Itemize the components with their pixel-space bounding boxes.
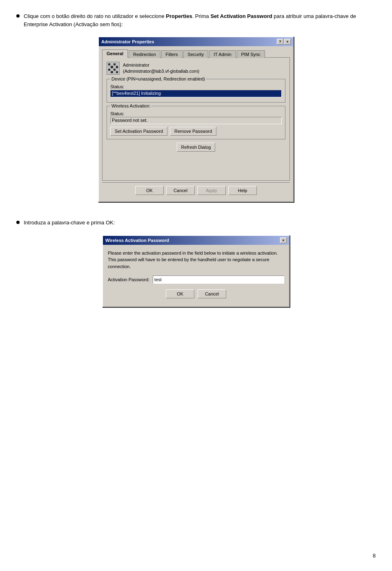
wireless-status-value: Password not set. [110,117,282,124]
wap-cancel-button[interactable]: Cancel [198,289,226,298]
device-group-content: Status: [**bes4test21] Initializing [110,84,282,97]
admin-dialog-body: General Redirection Filters Security IT … [99,46,293,202]
tab-filters[interactable]: Filters [161,50,183,58]
icon-cell [111,71,113,73]
wap-dialog: Wireless Activation Password × Please en… [102,235,290,308]
admin-dialog-title: Administrator Properties [101,39,154,44]
wireless-group-label: Wireless Activation: [110,103,151,108]
admin-properties-dialog: Administrator Properties ? × General Red… [98,36,294,202]
wireless-status-label: Status: [110,111,282,116]
remove-password-button[interactable]: Remove Password [170,127,216,136]
bullet2-text: Introduza a palavra-chave e prima OK: [24,219,115,226]
wap-ok-button[interactable]: OK [166,289,194,298]
bullet-text-2: Introduza a palavra-chave e prima OK: [24,219,115,227]
bullet1-text-middle: . Prima [192,13,211,19]
titlebar-buttons: ? × [277,39,291,45]
wap-description: Please enter the activation password in … [108,250,284,270]
device-group-label: Device (PIN=unassigned, Redirection enab… [110,76,206,81]
bullet-item-2: Introduza a palavra-chave e prima OK: [16,219,376,227]
admin-dialog-footer: OK Cancel Apply Help [102,182,290,198]
admin-dialog-wrapper: Administrator Properties ? × General Red… [16,36,376,202]
wap-dialog-wrapper: Wireless Activation Password × Please en… [16,235,376,308]
device-status-label: Status: [110,84,282,89]
tab-general-content: Administrator (Administrator@lab3.vf-glo… [102,57,290,181]
icon-cell [116,66,118,68]
icon-cell [116,69,118,71]
wap-titlebar-buttons: × [280,237,287,243]
icon-cell [108,66,110,68]
bullet-text-1: Clique com o botão direito do rato no ut… [24,12,376,28]
wap-password-input[interactable] [153,275,284,284]
bullet-dot-1 [16,14,20,18]
icon-cell [108,63,110,65]
tab-pim-sync[interactable]: PIM Sync [237,50,265,58]
icon-cell [108,69,110,71]
icon-cell [114,66,116,68]
wap-footer: OK Cancel [108,289,284,302]
device-status-value: [**bes4test21] Initializing [110,90,282,97]
refresh-dialog-button[interactable]: Refresh Dialog [177,143,216,152]
admin-help-button[interactable]: Help [228,186,257,195]
user-email: (Administrator@lab3.vf-globallab.com) [123,68,199,74]
wireless-group-content: Status: Password not set. Set Activation… [110,111,282,136]
icon-cell [111,63,113,65]
device-group: Device (PIN=unassigned, Redirection enab… [107,79,285,103]
admin-icon [107,62,120,75]
tab-general[interactable]: General [102,49,128,58]
wireless-buttons-row: Set Activation Password Remove Password [110,127,282,136]
bullet1-text-before: Clique com o botão direito do rato no ut… [24,13,166,19]
admin-apply-button[interactable]: Apply [197,186,226,195]
icon-cell [116,63,118,65]
wap-close-button[interactable]: × [280,237,287,243]
bullet-item-1: Clique com o botão direito do rato no ut… [16,12,376,28]
refresh-dialog-wrapper: Refresh Dialog [107,143,285,152]
wap-dialog-title: Wireless Activation Password [105,238,169,243]
icon-cell [111,66,113,68]
bullet1-bold1: Properties [166,13,192,19]
wap-titlebar: Wireless Activation Password × [103,236,289,245]
tab-security[interactable]: Security [183,50,209,58]
icon-cell [114,71,116,73]
user-info-row: Administrator (Administrator@lab3.vf-glo… [107,62,285,75]
user-name: Administrator [123,62,199,68]
icon-cell [116,71,118,73]
tab-it-admin[interactable]: IT Admin [209,50,236,58]
icon-cell [114,63,116,65]
help-title-button[interactable]: ? [277,39,283,45]
admin-ok-button[interactable]: OK [135,186,164,195]
bullet1-bold2: Set Activation Password [210,13,272,19]
tab-redirection[interactable]: Redirection [129,50,160,58]
spacer [107,152,285,176]
admin-tabs: General Redirection Filters Security IT … [102,49,290,58]
icon-cell [111,69,113,71]
icon-cell [114,69,116,71]
set-activation-password-button[interactable]: Set Activation Password [110,127,167,136]
close-title-button[interactable]: × [284,39,291,45]
wireless-group: Wireless Activation: Status: Password no… [107,106,285,139]
wap-field-row: Activation Password: [108,275,284,284]
wap-field-label: Activation Password: [108,277,149,282]
admin-dialog-titlebar: Administrator Properties ? × [99,37,293,46]
wap-body: Please enter the activation password in … [103,245,289,307]
admin-cancel-button[interactable]: Cancel [166,186,195,195]
bullet-dot-2 [16,221,20,224]
icon-cell [108,71,110,73]
user-details: Administrator (Administrator@lab3.vf-glo… [123,62,199,75]
